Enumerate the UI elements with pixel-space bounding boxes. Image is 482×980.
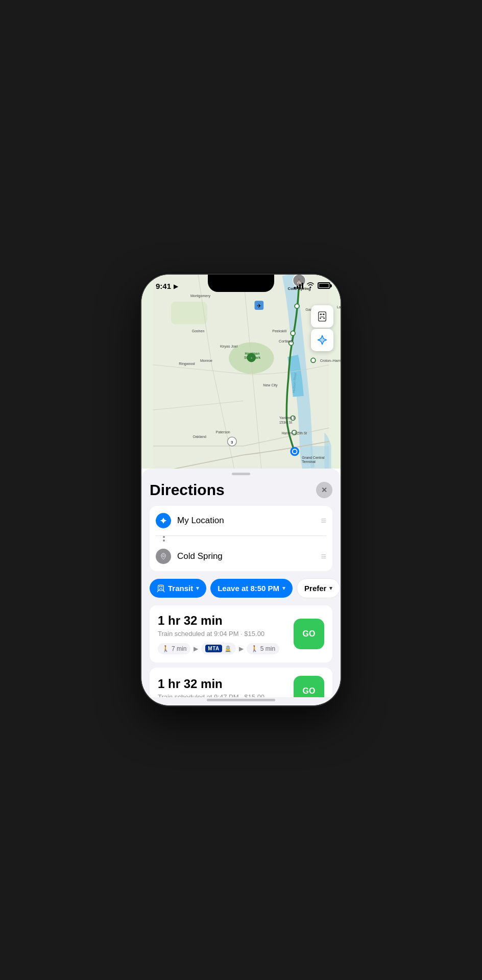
svg-text:New City: New City <box>263 383 278 387</box>
svg-rect-61 <box>323 314 325 315</box>
time-chevron: ▾ <box>282 585 285 592</box>
transit-chevron: ▾ <box>196 585 199 592</box>
walk-step-1: 🚶 7 min <box>158 643 190 654</box>
close-button[interactable]: ✕ <box>316 482 332 498</box>
svg-point-69 <box>161 589 162 590</box>
route-time-1: 1 hr 32 min <box>158 614 287 628</box>
svg-rect-67 <box>158 585 164 591</box>
route-desc-1: Train scheduled at 9:04 PM · $15.00 <box>158 630 287 638</box>
svg-text:Oakland: Oakland <box>193 435 206 438</box>
map-area: ⛪ + Cold Spring Garrison Peekskill Cortl… <box>141 275 341 469</box>
svg-text:Peekskill: Peekskill <box>272 329 286 333</box>
step-arrow-2: ▶ <box>239 645 244 652</box>
svg-text:Yankees E: Yankees E <box>279 416 296 420</box>
svg-text:✈: ✈ <box>257 303 261 309</box>
drag-handle[interactable] <box>232 473 250 475</box>
svg-point-11 <box>295 304 299 308</box>
map-controls <box>311 305 333 351</box>
svg-text:3: 3 <box>231 440 233 445</box>
directions-title: Directions <box>150 481 225 499</box>
svg-text:Goshen: Goshen <box>192 329 205 333</box>
destination-text: Cold Spring <box>177 551 315 561</box>
train-step: MTA 🚊 <box>201 643 235 654</box>
svg-point-68 <box>159 589 160 590</box>
destination-row[interactable]: Cold Spring ≡ <box>156 542 326 571</box>
phone-screen: 9:41 ▶ <box>141 275 341 705</box>
route-time-2: 1 hr 32 min <box>158 677 287 691</box>
svg-text:Kiryas Joel: Kiryas Joel <box>220 345 238 349</box>
time-button[interactable]: Leave at 8:50 PM ▾ <box>210 579 293 598</box>
svg-text:State Park: State Park <box>244 356 261 359</box>
walk-duration-2: 5 min <box>260 645 275 652</box>
svg-text:Croton–Harmon: Croton–Harmon <box>320 359 341 362</box>
phone-frame: 9:41 ▶ <box>141 275 341 705</box>
route-steps-1: 🚶 7 min ▶ MTA 🚊 ▶ 🚶 5 min <box>158 643 287 654</box>
directions-header: Directions ✕ <box>150 481 332 499</box>
walk-duration-1: 7 min <box>172 645 186 652</box>
svg-text:Harriman: Harriman <box>245 352 260 355</box>
notch <box>208 275 274 292</box>
location-button[interactable] <box>311 329 333 351</box>
status-time: 9:41 <box>156 282 171 290</box>
svg-point-19 <box>293 450 297 453</box>
home-indicator <box>207 699 275 701</box>
route-info-2: 1 hr 32 min Train scheduled at 9:47 PM ·… <box>158 677 287 698</box>
svg-text:Terminal: Terminal <box>302 460 316 463</box>
svg-text:Harlem–125th St: Harlem–125th St <box>282 431 307 435</box>
svg-text:Grand Central: Grand Central <box>302 456 325 459</box>
svg-rect-3 <box>171 302 207 324</box>
go-button-2[interactable]: GO <box>294 676 324 697</box>
svg-point-66 <box>162 555 164 557</box>
svg-text:Monroe: Monroe <box>200 359 212 362</box>
reorder-icon[interactable]: ≡ <box>321 516 326 526</box>
prefer-button[interactable]: Prefer ▾ <box>297 578 340 598</box>
origin-icon <box>156 513 171 528</box>
bottom-sheet: Directions ✕ My Location ≡ <box>141 469 341 705</box>
route-card-1[interactable]: 1 hr 32 min Train scheduled at 9:04 PM ·… <box>150 605 332 663</box>
destination-icon <box>156 549 171 564</box>
transit-mode-button[interactable] <box>311 305 333 328</box>
signal-bars <box>294 283 303 289</box>
mta-badge: MTA <box>205 645 222 652</box>
svg-point-63 <box>323 317 325 319</box>
location-arrow-icon: ▶ <box>174 283 178 290</box>
walk-icon-2: 🚶 <box>251 645 258 652</box>
svg-rect-71 <box>161 586 163 587</box>
route-info-1: 1 hr 32 min Train scheduled at 9:04 PM ·… <box>158 614 287 654</box>
svg-text:Lake Carmel: Lake Carmel <box>337 305 341 309</box>
prefer-chevron: ▾ <box>329 585 332 592</box>
origin-row[interactable]: My Location ≡ <box>156 506 326 536</box>
svg-text:Cortlandt: Cortlandt <box>279 339 294 343</box>
svg-text:153rd St: 153rd St <box>279 421 292 424</box>
svg-rect-59 <box>319 312 326 321</box>
transit-button[interactable]: Transit ▾ <box>150 579 206 598</box>
location-inputs: My Location ≡ <box>150 506 332 571</box>
step-arrow-1: ▶ <box>194 645 198 652</box>
walk-icon-1: 🚶 <box>162 645 170 652</box>
transport-options: Transit ▾ Leave at 8:50 PM ▾ Prefer ▾ <box>150 578 332 598</box>
svg-text:Paterson: Paterson <box>216 430 230 434</box>
svg-rect-60 <box>320 314 322 315</box>
transit-label: Transit <box>168 584 193 593</box>
svg-point-14 <box>311 358 316 362</box>
train-icon: 🚊 <box>224 645 232 652</box>
go-button-1[interactable]: GO <box>294 619 324 649</box>
route-card-2[interactable]: 1 hr 32 min Train scheduled at 9:47 PM ·… <box>150 668 332 697</box>
svg-rect-70 <box>159 586 161 587</box>
svg-point-62 <box>320 317 321 319</box>
status-icons <box>294 282 330 289</box>
svg-point-12 <box>291 331 295 335</box>
route-desc-2: Train scheduled at 9:47 PM · $15.00 <box>158 693 287 698</box>
time-label: Leave at 8:50 PM <box>218 584 279 593</box>
walk-step-2: 🚶 5 min <box>247 643 279 654</box>
destination-reorder-icon[interactable]: ≡ <box>321 551 326 562</box>
origin-text: My Location <box>177 516 315 526</box>
prefer-label: Prefer <box>304 584 326 593</box>
svg-text:Ringwood: Ringwood <box>179 362 195 366</box>
routes-container: 1 hr 32 min Train scheduled at 9:04 PM ·… <box>150 605 332 697</box>
battery-icon <box>318 282 330 289</box>
wifi-icon <box>306 282 315 289</box>
